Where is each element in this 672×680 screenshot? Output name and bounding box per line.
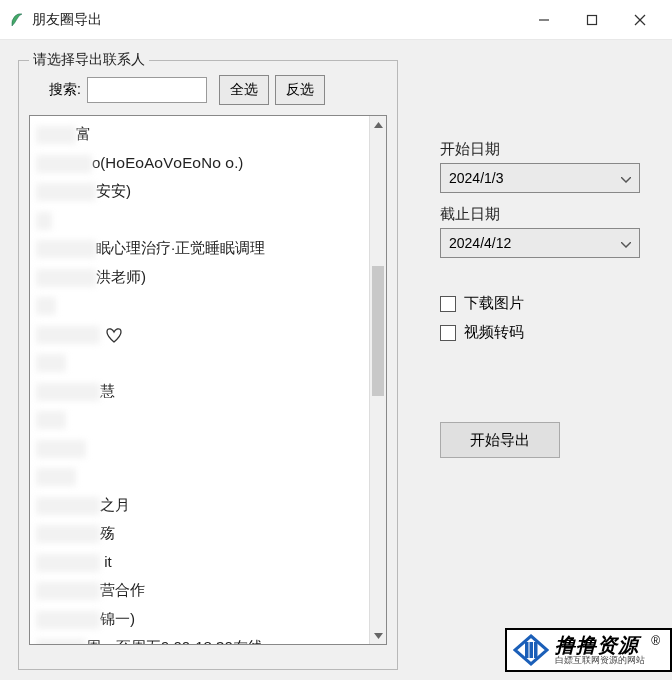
list-item: xxx安安) (36, 177, 380, 206)
scroll-thumb[interactable] (372, 266, 384, 396)
checkbox-icon (440, 325, 456, 341)
chevron-down-icon (621, 170, 631, 186)
watermark-subtitle: 白嫖互联网资源的网站 (555, 656, 645, 666)
scroll-up-icon[interactable] (370, 116, 387, 133)
list-item: x (36, 348, 380, 377)
svg-rect-1 (588, 15, 597, 24)
scroll-down-icon[interactable] (370, 627, 387, 644)
search-input[interactable] (87, 77, 207, 103)
window-title: 朋友圈导出 (32, 11, 520, 29)
svg-rect-7 (525, 642, 529, 658)
contacts-listbox[interactable]: xx富 xxxo(HᴏEᴏAᴏVᴏEᴏNᴏ ᴏ.) xxx安安) x xxx眠心… (29, 115, 387, 645)
download-images-checkbox[interactable]: 下载图片 (440, 294, 654, 313)
svg-line-3 (635, 15, 645, 25)
search-label: 搜索: (49, 81, 81, 99)
end-date-select[interactable]: 2024/4/12 (440, 228, 640, 258)
list-item: xxx洪老师) (36, 263, 380, 292)
chevron-down-icon (621, 235, 631, 251)
list-item: xx富 (36, 120, 380, 149)
list-item: xxx it (36, 548, 380, 577)
end-date-value: 2024/4/12 (449, 235, 511, 251)
list-item: xx (36, 462, 380, 491)
checkbox-label: 下载图片 (464, 294, 524, 313)
titlebar: 朋友圈导出 (0, 0, 672, 40)
scrollbar[interactable] (369, 116, 386, 644)
list-item: xxx锦一) (36, 605, 380, 634)
invert-select-button[interactable]: 反选 (275, 75, 325, 105)
groupbox-legend: 请选择导出联系人 (29, 51, 149, 69)
list-item: xxx眠心理治疗·正觉睡眠调理 (36, 234, 380, 263)
list-item: xxx营合作 (36, 576, 380, 605)
list-item: xx (36, 434, 380, 463)
app-icon (8, 11, 26, 29)
checkbox-label: 视频转码 (464, 323, 524, 342)
start-export-button[interactable]: 开始导出 (440, 422, 560, 458)
list-item: x (36, 405, 380, 434)
list-item: xx周一至周五9:00-18:30在线 (36, 633, 380, 645)
select-all-button[interactable]: 全选 (219, 75, 269, 105)
list-item: xxx (36, 320, 380, 349)
list-item: xxxo(HᴏEᴏAᴏVᴏEᴏNᴏ ᴏ.) (36, 149, 380, 178)
start-date-select[interactable]: 2024/1/3 (440, 163, 640, 193)
svg-marker-4 (374, 122, 383, 128)
svg-rect-8 (530, 642, 534, 658)
end-date-label: 截止日期 (440, 205, 654, 224)
list-item: xxx之月 (36, 491, 380, 520)
start-date-label: 开始日期 (440, 140, 654, 159)
registered-icon: ® (651, 634, 660, 648)
start-date-value: 2024/1/3 (449, 170, 504, 186)
watermark-logo: 撸撸资源 白嫖互联网资源的网站 ® (505, 628, 672, 672)
list-item: x (36, 291, 380, 320)
svg-marker-5 (374, 633, 383, 639)
checkbox-icon (440, 296, 456, 312)
list-item: x (36, 206, 380, 235)
svg-rect-9 (534, 642, 538, 658)
minimize-button[interactable] (520, 0, 568, 40)
video-transcode-checkbox[interactable]: 视频转码 (440, 323, 654, 342)
list-item: xxx殇 (36, 519, 380, 548)
close-button[interactable] (616, 0, 664, 40)
watermark-title: 撸撸资源 (555, 634, 645, 656)
svg-line-2 (635, 15, 645, 25)
list-item: xxx慧 (36, 377, 380, 406)
contacts-groupbox: 请选择导出联系人 搜索: 全选 反选 xx富 xxxo(HᴏEᴏAᴏVᴏEᴏNᴏ… (18, 60, 398, 670)
window-controls (520, 0, 664, 39)
maximize-button[interactable] (568, 0, 616, 40)
